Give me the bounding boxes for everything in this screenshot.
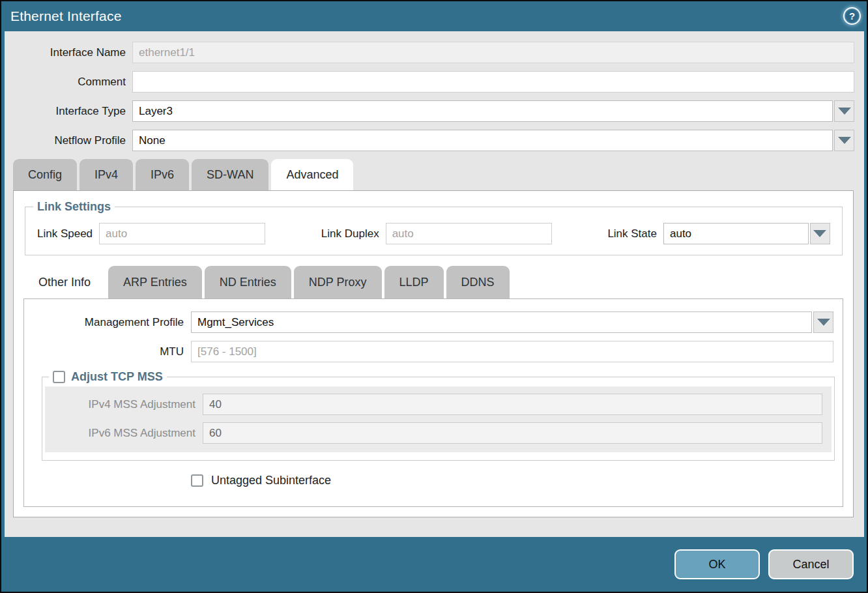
ipv6-mss-row: IPv6 MSS Adjustment [45,422,822,444]
tab-ddns[interactable]: DDNS [446,266,510,298]
ipv6-mss-label: IPv6 MSS Adjustment [45,427,203,440]
ethernet-interface-dialog: Ethernet Interface ? Interface Name Comm… [0,0,868,593]
interface-name-input [132,42,854,63]
management-profile-value: Mgmt_Services [191,311,812,333]
tab-lldp[interactable]: LLDP [384,266,444,298]
chevron-down-icon[interactable] [834,130,854,151]
interface-type-dropdown[interactable]: Layer3 [132,100,854,122]
tab-advanced[interactable]: Advanced [271,159,353,190]
ok-button[interactable]: OK [674,549,760,579]
adjust-tcp-mss-legend-text: Adjust TCP MSS [71,370,163,384]
link-state-dropdown[interactable]: auto [663,223,830,244]
chevron-down-icon[interactable] [810,223,830,244]
adjust-tcp-mss-checkbox[interactable] [53,371,65,383]
tab-config[interactable]: Config [13,159,77,190]
comment-label: Comment [5,76,132,89]
interface-type-value: Layer3 [132,100,833,122]
adjust-tcp-mss-legend: Adjust TCP MSS [49,370,167,384]
link-duplex-group: Link Duplex [321,223,552,244]
untagged-subinterface-label: Untagged Subinterface [211,474,331,487]
netflow-profile-value: None [132,130,833,151]
link-state-label: Link State [607,227,663,240]
tab-ipv4[interactable]: IPv4 [80,159,133,190]
link-speed-label: Link Speed [37,227,99,240]
netflow-profile-label: Netflow Profile [5,134,132,147]
mss-disabled-panel: IPv4 MSS Adjustment IPv6 MSS Adjustment [45,386,832,452]
dialog-body: Interface Name Comment Interface Type La… [5,31,864,537]
comment-input[interactable] [132,71,854,93]
cancel-button[interactable]: Cancel [768,549,854,579]
dialog-title: Ethernet Interface [10,8,122,24]
interface-type-label: Interface Type [5,105,132,118]
tab-ipv6[interactable]: IPv6 [136,159,189,190]
tab-nd-entries[interactable]: ND Entries [205,266,291,298]
link-speed-group: Link Speed [37,223,265,244]
link-settings-legend: Link Settings [33,200,115,214]
management-profile-label: Management Profile [24,316,191,329]
interface-type-row: Interface Type Layer3 [5,100,864,122]
ipv6-mss-input [203,422,822,444]
link-speed-input[interactable] [99,223,265,244]
help-icon[interactable]: ? [843,7,861,25]
ipv4-mss-label: IPv4 MSS Adjustment [45,398,203,411]
tab-ndp-proxy[interactable]: NDP Proxy [294,266,382,298]
link-duplex-label: Link Duplex [321,227,386,240]
interface-name-row: Interface Name [5,42,864,63]
mtu-row: MTU [24,341,833,362]
chevron-down-icon[interactable] [813,311,833,333]
link-settings-row: Link Speed Link Duplex Link State auto [25,223,842,244]
link-duplex-input[interactable] [386,223,552,244]
tab-other-info[interactable]: Other Info [23,266,106,298]
comment-row: Comment [5,71,864,93]
adjust-tcp-mss-fieldset: Adjust TCP MSS IPv4 MSS Adjustment IPv6 … [42,370,835,461]
tab-sdwan[interactable]: SD-WAN [192,159,268,190]
management-profile-dropdown[interactable]: Mgmt_Services [191,311,833,333]
main-tab-bar: Config IPv4 IPv6 SD-WAN Advanced [13,159,864,190]
netflow-profile-row: Netflow Profile None [5,130,864,151]
advanced-tab-panel: Link Settings Link Speed Link Duplex Lin… [13,190,854,517]
untagged-subinterface-row: Untagged Subinterface [191,474,843,487]
chevron-down-icon[interactable] [834,100,854,122]
link-state-group: Link State auto [607,223,830,244]
untagged-subinterface-checkbox[interactable] [191,474,203,487]
other-info-panel: Management Profile Mgmt_Services MTU [23,298,843,507]
link-state-value: auto [663,223,809,244]
dialog-footer: OK Cancel [1,537,867,592]
management-profile-row: Management Profile Mgmt_Services [24,311,833,333]
sub-tab-bar: Other Info ARP Entries ND Entries NDP Pr… [23,266,853,298]
dialog-titlebar: Ethernet Interface ? [1,1,867,31]
ipv4-mss-row: IPv4 MSS Adjustment [45,394,822,415]
mtu-label: MTU [24,345,191,358]
tab-arp-entries[interactable]: ARP Entries [108,266,202,298]
interface-name-label: Interface Name [5,46,132,59]
ipv4-mss-input [203,394,822,415]
netflow-profile-dropdown[interactable]: None [132,130,854,151]
link-settings-fieldset: Link Settings Link Speed Link Duplex Lin… [25,200,843,255]
mtu-input[interactable] [191,341,833,362]
